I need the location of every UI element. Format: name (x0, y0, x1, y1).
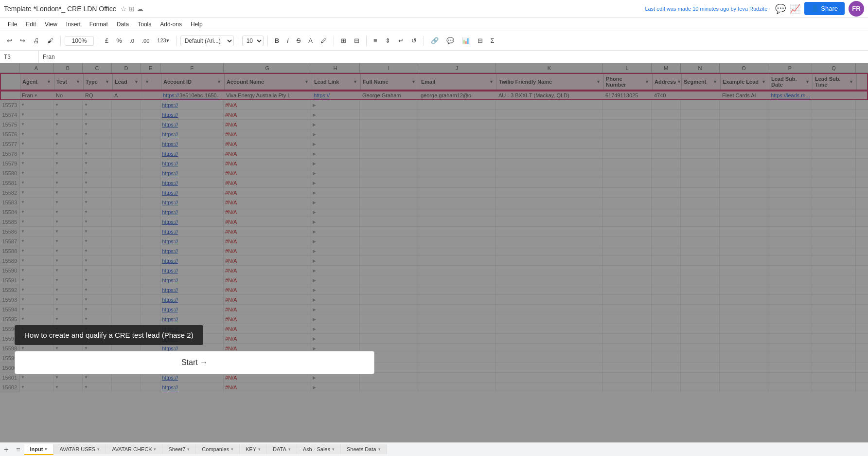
doc-title: Template *London*_ CRE LDN Office (4, 5, 117, 13)
folder-icon[interactable]: ⊞ (129, 5, 135, 13)
valign-button[interactable]: ⇕ (382, 35, 393, 46)
text-color-button[interactable]: A (305, 35, 316, 46)
avatar[interactable]: FR (849, 1, 864, 17)
format0-button[interactable]: .0 (127, 36, 137, 46)
menu-file[interactable]: File (4, 20, 21, 29)
strikethrough-button[interactable]: S (294, 35, 304, 46)
undo-button[interactable]: ↩ (4, 35, 15, 46)
percent-button[interactable]: % (113, 35, 125, 46)
text-rotate-button[interactable]: ↺ (408, 35, 420, 46)
menu-edit[interactable]: Edit (22, 20, 40, 29)
divider4 (238, 36, 238, 46)
comments-icon[interactable]: 💬 (775, 3, 786, 14)
menu-data[interactable]: Data (113, 20, 133, 29)
menu-tools[interactable]: Tools (134, 20, 155, 29)
divider8 (424, 36, 424, 46)
tab-key[interactable]: KEY ▾ (240, 444, 267, 454)
divider1 (60, 36, 61, 46)
divider6 (334, 36, 334, 46)
comment-button[interactable]: 💬 (443, 35, 457, 46)
redo-button[interactable]: ↪ (17, 35, 28, 46)
sheet-menu-button[interactable]: ≡ (12, 446, 24, 454)
print-button[interactable]: 🖨 (30, 35, 42, 46)
add-sheet-button[interactable]: + (0, 445, 12, 454)
tab-bar: + ≡ Input ▾AVATAR USES ▾AVATAR CHECK ▾Sh… (0, 442, 868, 456)
filter-button[interactable]: ⊟ (475, 35, 486, 46)
divider2 (98, 36, 98, 46)
text-wrap-button[interactable]: ↵ (395, 35, 407, 46)
star-icon[interactable]: ☆ (121, 5, 127, 13)
history-icon[interactable]: 📈 (790, 3, 800, 14)
tab-sheet7[interactable]: Sheet7 ▾ (162, 444, 196, 454)
popup-banner: How to create and qualify a CRE test lea… (15, 325, 203, 345)
menu-insert[interactable]: Insert (62, 20, 85, 29)
cell-ref-box[interactable]: T3 (0, 51, 39, 63)
format123-button[interactable]: 123▾ (154, 36, 172, 46)
tabs-container: Input ▾AVATAR USES ▾AVATAR CHECK ▾Sheet7… (24, 444, 387, 455)
tab-avatar-check[interactable]: AVATAR CHECK ▾ (106, 444, 162, 454)
tab-avatar-uses[interactable]: AVATAR USES ▾ (53, 444, 106, 454)
currency-button[interactable]: £ (102, 35, 111, 46)
menu-help[interactable]: Help (187, 20, 207, 29)
divider7 (366, 36, 367, 46)
borders-button[interactable]: ⊞ (338, 35, 349, 46)
tab-sheets-data[interactable]: Sheets Data ▾ (341, 444, 387, 454)
toolbar: ↩ ↪ 🖨 🖌 100% £ % .0 .00 123▾ Default (Ar… (0, 31, 868, 51)
title-bar: Template *London*_ CRE LDN Office ☆ ⊞ ☁ … (0, 0, 868, 18)
start-button-container: Start → (15, 351, 374, 374)
function-button[interactable]: Σ (488, 35, 497, 46)
menu-view[interactable]: View (41, 20, 61, 29)
cell-ref-bar: T3 Fran (0, 51, 868, 63)
tab-companies[interactable]: Companies ▾ (196, 444, 240, 454)
last-edit-text: Last edit was made 10 minutes ago by Iev… (645, 6, 767, 12)
align-button[interactable]: ≡ (371, 35, 380, 46)
divider5 (267, 36, 268, 46)
format00-button[interactable]: .00 (139, 36, 152, 46)
tab-input[interactable]: Input ▾ (24, 444, 54, 455)
highlight-button[interactable]: 🖊 (318, 35, 330, 46)
formula-bar[interactable]: Fran (39, 54, 868, 60)
overlay: How to create and qualify a CRE test lea… (0, 63, 868, 442)
font-size-select[interactable]: 10 (242, 36, 264, 46)
link-button[interactable]: 🔗 (428, 35, 442, 46)
merge-button[interactable]: ⊟ (351, 35, 362, 46)
zoom-display[interactable]: 100% (65, 36, 94, 46)
share-icon: 👤 (811, 5, 819, 12)
start-button[interactable]: Start → (15, 351, 374, 374)
divider3 (176, 36, 177, 46)
share-button[interactable]: 👤 Share (804, 2, 845, 15)
font-name-select[interactable]: Default (Ari...) (180, 36, 234, 46)
cloud-icon[interactable]: ☁ (137, 5, 143, 13)
tab-ash---sales[interactable]: Ash - Sales ▾ (297, 444, 341, 454)
menu-format[interactable]: Format (86, 20, 112, 29)
chart-button[interactable]: 📊 (459, 35, 473, 46)
tab-data[interactable]: DATA ▾ (267, 444, 297, 454)
bold-button[interactable]: B (272, 35, 282, 46)
sheet-container: A B C D E F G H I J K L M N O P Q Agent … (0, 63, 868, 442)
menu-addons[interactable]: Add-ons (156, 20, 186, 29)
paint-format-button[interactable]: 🖌 (44, 35, 56, 46)
italic-button[interactable]: I (284, 35, 292, 46)
menu-bar: File Edit View Insert Format Data Tools … (0, 18, 868, 31)
